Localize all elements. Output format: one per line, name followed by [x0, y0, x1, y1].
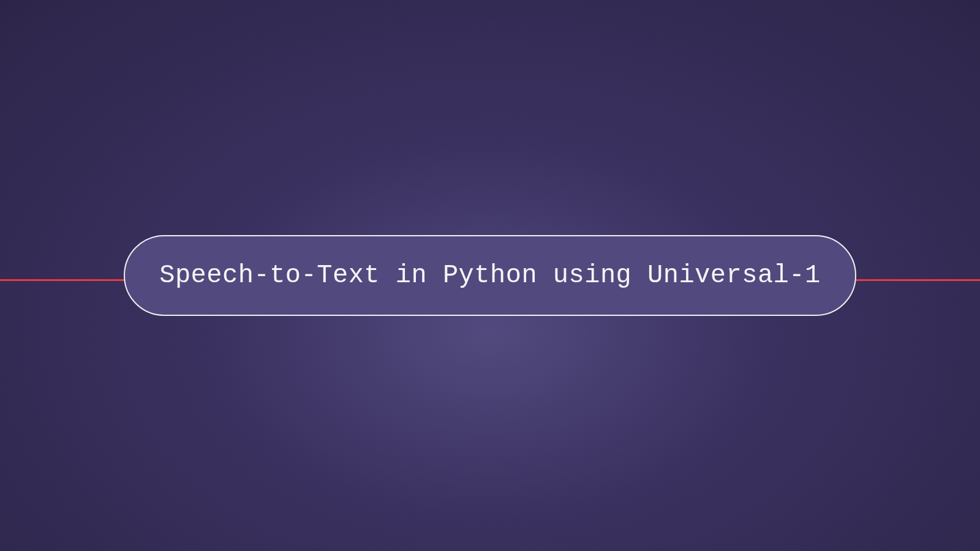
title-container: Speech-to-Text in Python using Universal…: [124, 235, 856, 316]
title-text: Speech-to-Text in Python using Universal…: [159, 261, 821, 290]
